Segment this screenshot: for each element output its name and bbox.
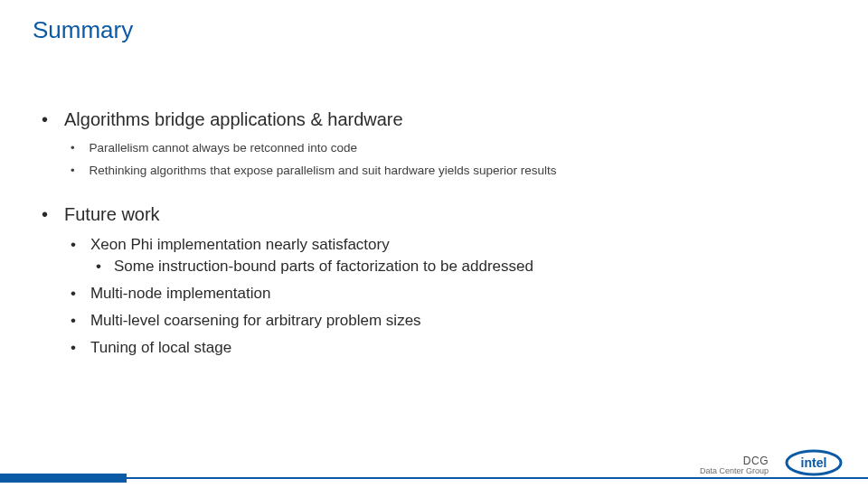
subpoint-label: Tuning of local stage	[90, 339, 231, 357]
subsubpoint-label: Some instruction-bound parts of factoriz…	[114, 258, 533, 276]
footer-divider-line	[127, 477, 868, 479]
subpoint: • Multi-level coarsening for arbitrary p…	[71, 312, 835, 330]
subpoint-label: Multi-node implementation	[90, 285, 270, 303]
footer-acronym: DCG	[700, 455, 769, 467]
slide: Summary • Algorithms bridge applications…	[0, 0, 868, 488]
bullet-dot: •	[71, 141, 75, 155]
point-label: Future work	[64, 204, 160, 225]
footer: DCG Data Center Group intel	[0, 457, 868, 488]
bullet-dot: •	[71, 285, 76, 303]
footer-group-label: DCG Data Center Group	[700, 455, 769, 475]
subpoint-label: Parallelism cannot always be retconned i…	[90, 141, 357, 155]
subpoint: • Xeon Phi implementation nearly satisfa…	[71, 236, 835, 276]
subpoint: • Rethinking algorithms that expose para…	[71, 164, 835, 177]
bullet-dot: •	[71, 236, 76, 254]
bullet-list-level2: • Parallelism cannot always be retconned…	[42, 141, 835, 177]
footer-accent-bar	[0, 474, 127, 483]
subpoint: • Multi-node implementation	[71, 285, 835, 303]
subpoint-label: Rethinking algorithms that expose parall…	[90, 164, 557, 177]
point-future-work: • Future work • Xeon Phi implementation …	[42, 204, 835, 357]
subpoint: • Tuning of local stage	[71, 339, 835, 357]
subpoint-label: Xeon Phi implementation nearly satisfact…	[90, 236, 390, 254]
bullet-dot: •	[71, 164, 75, 177]
subsubpoint: • Some instruction-bound parts of factor…	[96, 258, 835, 276]
bullet-list-level2: • Xeon Phi implementation nearly satisfa…	[42, 236, 835, 357]
subpoint-label: Multi-level coarsening for arbitrary pro…	[90, 312, 421, 330]
footer-fullname: Data Center Group	[700, 467, 769, 475]
bullet-dot: •	[42, 109, 48, 130]
logo-text: intel	[801, 455, 827, 470]
bullet-dot: •	[71, 339, 76, 357]
bullet-dot: •	[96, 258, 101, 276]
bullet-dot: •	[42, 204, 48, 225]
spacer	[42, 186, 835, 199]
point-algorithms: • Algorithms bridge applications & hardw…	[42, 109, 835, 177]
intel-logo-icon: intel	[785, 448, 843, 477]
slide-title: Summary	[33, 16, 835, 44]
bullet-dot: •	[71, 312, 76, 330]
point-label: Algorithms bridge applications & hardwar…	[64, 109, 403, 130]
bullet-list-level1: • Algorithms bridge applications & hardw…	[33, 109, 835, 357]
bullet-list-level3: • Some instruction-bound parts of factor…	[71, 258, 835, 276]
subpoint: • Parallelism cannot always be retconned…	[71, 141, 835, 155]
